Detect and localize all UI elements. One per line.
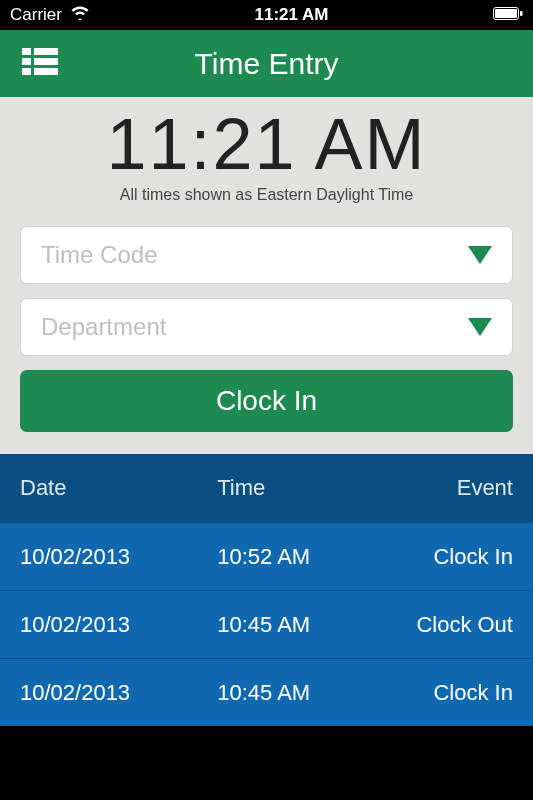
row-event: Clock In: [365, 544, 513, 570]
svg-rect-8: [34, 68, 58, 75]
svg-rect-7: [22, 68, 31, 75]
header-time: Time: [217, 475, 365, 501]
department-select[interactable]: Department: [20, 298, 513, 356]
carrier-label: Carrier: [10, 5, 62, 25]
page-title: Time Entry: [0, 47, 533, 81]
menu-list-icon[interactable]: [22, 48, 58, 80]
events-table-header: Date Time Event: [0, 454, 533, 522]
svg-rect-6: [34, 58, 58, 65]
svg-rect-2: [520, 11, 523, 16]
time-code-select[interactable]: Time Code: [20, 226, 513, 284]
department-label: Department: [41, 313, 166, 341]
status-time: 11:21 AM: [254, 5, 328, 25]
row-time: 10:45 AM: [217, 680, 365, 706]
table-row[interactable]: 10/02/2013 10:45 AM Clock Out: [0, 590, 533, 658]
svg-rect-3: [22, 48, 31, 55]
status-bar: Carrier 11:21 AM: [0, 0, 533, 30]
header-event: Event: [365, 475, 513, 501]
clock-in-button[interactable]: Clock In: [20, 370, 513, 432]
title-bar: Time Entry: [0, 30, 533, 97]
svg-rect-1: [495, 9, 517, 18]
header-date: Date: [20, 475, 217, 501]
wifi-icon: [70, 5, 90, 25]
row-date: 10/02/2013: [20, 544, 217, 570]
battery-icon: [493, 5, 523, 25]
time-code-label: Time Code: [41, 241, 157, 269]
timezone-note: All times shown as Eastern Daylight Time: [120, 186, 413, 204]
row-time: 10:45 AM: [217, 612, 365, 638]
clock-in-label: Clock In: [216, 385, 317, 417]
main-panel: 11:21 AM All times shown as Eastern Dayl…: [0, 97, 533, 454]
table-row[interactable]: 10/02/2013 10:45 AM Clock In: [0, 658, 533, 726]
row-date: 10/02/2013: [20, 612, 217, 638]
chevron-down-icon: [468, 318, 492, 336]
row-date: 10/02/2013: [20, 680, 217, 706]
row-time: 10:52 AM: [217, 544, 365, 570]
chevron-down-icon: [468, 246, 492, 264]
row-event: Clock In: [365, 680, 513, 706]
svg-rect-4: [34, 48, 58, 55]
table-row[interactable]: 10/02/2013 10:52 AM Clock In: [0, 522, 533, 590]
current-time: 11:21 AM: [106, 105, 426, 184]
svg-rect-5: [22, 58, 31, 65]
row-event: Clock Out: [365, 612, 513, 638]
